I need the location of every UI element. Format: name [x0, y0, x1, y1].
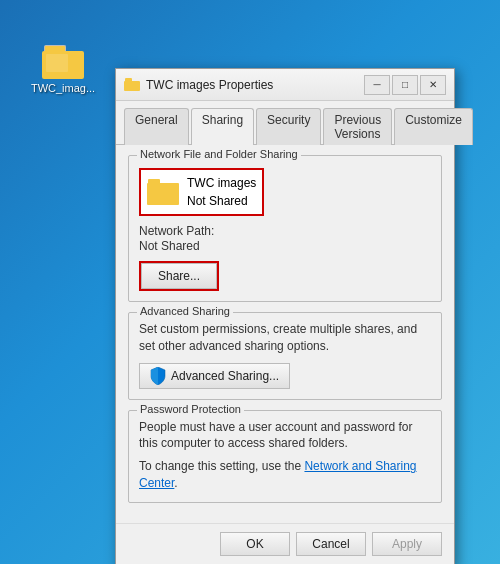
share-button-wrapper: Share...: [139, 261, 219, 291]
ok-button[interactable]: OK: [220, 532, 290, 556]
title-bar: TWC images Properties ─ □ ✕: [116, 69, 454, 101]
tab-security[interactable]: Security: [256, 108, 321, 145]
folder-sharing-status: TWC images Not Shared: [139, 168, 264, 216]
share-folder-icon: [147, 179, 179, 205]
sharing-item-text: TWC images Not Shared: [187, 174, 256, 210]
password-protection-section: Password Protection People must have a u…: [128, 410, 442, 503]
network-sharing-center-text: To change this setting, use the Network …: [139, 458, 431, 492]
share-button[interactable]: Share...: [141, 263, 217, 289]
tab-sharing[interactable]: Sharing: [191, 108, 254, 145]
network-path-label: Network Path:: [139, 224, 431, 238]
close-button[interactable]: ✕: [420, 75, 446, 95]
desktop-icon-twc[interactable]: TWC_imag...: [28, 45, 98, 94]
tab-general[interactable]: General: [124, 108, 189, 145]
advanced-sharing-button[interactable]: Advanced Sharing...: [139, 363, 290, 389]
network-path-value: Not Shared: [139, 239, 431, 253]
tab-previous-versions[interactable]: Previous Versions: [323, 108, 392, 145]
password-protection-text: People must have a user account and pass…: [139, 419, 431, 453]
apply-button[interactable]: Apply: [372, 532, 442, 556]
advanced-sharing-section: Advanced Sharing Set custom permissions,…: [128, 312, 442, 400]
tab-customize[interactable]: Customize: [394, 108, 473, 145]
maximize-button[interactable]: □: [392, 75, 418, 95]
properties-dialog: TWC images Properties ─ □ ✕ General Shar…: [115, 68, 455, 564]
shield-icon: [150, 367, 166, 385]
advanced-sharing-label: Advanced Sharing: [137, 305, 233, 317]
title-bar-controls: ─ □ ✕: [364, 75, 446, 95]
tab-bar: General Sharing Security Previous Versio…: [116, 101, 454, 145]
minimize-button[interactable]: ─: [364, 75, 390, 95]
desktop-icon-label: TWC_imag...: [28, 82, 98, 94]
dialog-content: Network File and Folder Sharing TWC imag…: [116, 145, 454, 523]
folder-icon: [42, 45, 84, 79]
dialog-title: TWC images Properties: [146, 78, 364, 92]
dialog-footer: OK Cancel Apply: [116, 523, 454, 564]
password-section-label: Password Protection: [137, 403, 244, 415]
pw-text2-before: To change this setting, use the: [139, 459, 304, 473]
folder-name: TWC images: [187, 174, 256, 192]
title-bar-folder-icon: [124, 78, 140, 91]
cancel-button[interactable]: Cancel: [296, 532, 366, 556]
sharing-section: Network File and Folder Sharing TWC imag…: [128, 155, 442, 302]
folder-share-status: Not Shared: [187, 192, 256, 210]
sharing-section-label: Network File and Folder Sharing: [137, 148, 301, 160]
advanced-sharing-button-label: Advanced Sharing...: [171, 369, 279, 383]
advanced-sharing-description: Set custom permissions, create multiple …: [139, 321, 431, 355]
pw-text2-after: .: [174, 476, 177, 490]
